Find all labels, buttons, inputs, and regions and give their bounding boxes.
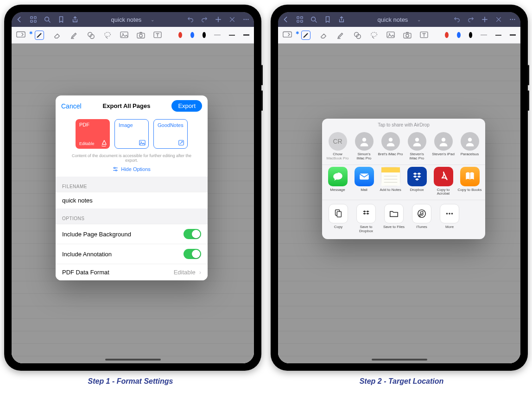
- format-goodnotes[interactable]: GoodNotes: [153, 119, 188, 149]
- airdrop-stevens-ipad[interactable]: Steven's iPad: [431, 132, 456, 161]
- document-title[interactable]: quick notes⌄: [345, 16, 454, 23]
- home-indicator: [372, 359, 427, 361]
- app-notes[interactable]: Add to Notes: [378, 167, 403, 196]
- redo-icon[interactable]: [201, 16, 208, 23]
- action-save-dropbox[interactable]: Save to Dropbox: [353, 204, 380, 234]
- cancel-button[interactable]: Cancel: [61, 102, 82, 110]
- airdrop-simons[interactable]: Simon'siMac Pro: [351, 132, 377, 161]
- svg-rect-18: [139, 140, 145, 146]
- search-icon[interactable]: [44, 16, 51, 23]
- highlighter-icon[interactable]: [336, 31, 345, 40]
- bookmark-icon[interactable]: [324, 16, 331, 23]
- readonly-toggle-icon[interactable]: [16, 31, 25, 40]
- svg-point-39: [406, 34, 409, 37]
- svg-point-41: [362, 138, 366, 141]
- redo-icon[interactable]: [468, 16, 474, 23]
- format-image[interactable]: Image: [114, 119, 149, 149]
- more-icon[interactable]: [509, 16, 516, 23]
- svg-point-44: [441, 138, 445, 141]
- action-itunes[interactable]: iTunes: [408, 204, 435, 234]
- more-dots-icon: [440, 204, 459, 223]
- grid-icon[interactable]: [297, 16, 303, 23]
- svg-point-31: [514, 19, 515, 20]
- close-icon[interactable]: [229, 16, 235, 23]
- svg-point-56: [446, 213, 448, 215]
- back-icon[interactable]: [283, 16, 289, 23]
- add-icon[interactable]: [481, 16, 488, 23]
- actions-row: Copy Save to Dropbox Save to Files iTune…: [322, 200, 485, 239]
- color-red[interactable]: [178, 32, 182, 38]
- textbox-icon[interactable]: [153, 31, 162, 40]
- stroke-thick[interactable]: [243, 34, 249, 36]
- airdrop-brets[interactable]: Bret's iMac Pro: [378, 132, 403, 161]
- stroke-thin[interactable]: [481, 35, 487, 35]
- option-data-format[interactable]: PDF Data Format Editable›: [56, 264, 208, 280]
- app-acrobat[interactable]: Copy to Acrobat: [431, 167, 456, 196]
- color-red[interactable]: [445, 32, 449, 38]
- apps-row: Message Mail Add to Notes Dropbox: [322, 165, 485, 201]
- action-save-files[interactable]: Save to Files: [380, 204, 407, 234]
- more-icon[interactable]: [243, 16, 249, 23]
- caption-left: Step 1 - Format Settings: [2, 377, 259, 386]
- eraser-icon[interactable]: [52, 31, 62, 40]
- share-icon[interactable]: [338, 16, 345, 23]
- bookmark-icon[interactable]: [58, 16, 64, 23]
- action-more[interactable]: More: [436, 204, 463, 234]
- shapes-icon[interactable]: [87, 31, 95, 40]
- stroke-thin[interactable]: [214, 35, 220, 35]
- option-annotation[interactable]: Include Annotation: [56, 244, 208, 264]
- app-message[interactable]: Message: [325, 167, 350, 196]
- undo-icon[interactable]: [454, 16, 460, 23]
- svg-point-45: [468, 138, 471, 141]
- stroke-med[interactable]: [229, 35, 235, 36]
- lasso-icon[interactable]: [103, 31, 112, 40]
- app-dropbox[interactable]: Dropbox: [404, 167, 430, 196]
- camera-icon[interactable]: [137, 31, 145, 40]
- shapes-icon[interactable]: [353, 31, 361, 40]
- pen-icon[interactable]: [301, 31, 310, 40]
- share-sheet: Tap to share with AirDrop CR ChowMacBook…: [322, 119, 485, 239]
- highlighter-icon[interactable]: [70, 31, 78, 40]
- camera-icon[interactable]: [403, 31, 412, 40]
- share-icon[interactable]: [72, 16, 78, 23]
- image-icon[interactable]: [386, 31, 395, 40]
- color-blue[interactable]: [190, 32, 194, 38]
- undo-icon[interactable]: [187, 16, 194, 23]
- add-icon[interactable]: [215, 16, 222, 23]
- export-button[interactable]: Export: [171, 100, 202, 112]
- airdrop-chow[interactable]: CR ChowMacBook Pro: [325, 132, 350, 161]
- close-icon[interactable]: [495, 16, 502, 23]
- caption-right: Step 2 - Target Location: [273, 377, 530, 386]
- action-copy[interactable]: Copy: [325, 204, 352, 234]
- app-books[interactable]: Copy to Books: [457, 167, 482, 196]
- stroke-med[interactable]: [495, 35, 501, 36]
- folder-icon: [384, 204, 404, 223]
- toggle-annotation[interactable]: [184, 249, 201, 259]
- stroke-thick[interactable]: [510, 34, 516, 36]
- textbox-icon[interactable]: [420, 31, 428, 40]
- airdrop-paracelsus[interactable]: Paracelsus: [457, 132, 482, 161]
- airdrop-stevens-imac[interactable]: Steven'siMac Pro: [404, 132, 430, 161]
- eraser-icon[interactable]: [319, 31, 328, 40]
- svg-rect-24: [301, 17, 303, 19]
- search-icon[interactable]: [310, 16, 317, 23]
- readonly-toggle-icon[interactable]: [283, 31, 292, 40]
- filename-field[interactable]: quick notes: [56, 192, 208, 209]
- pen-icon[interactable]: [35, 31, 44, 40]
- image-icon[interactable]: [120, 31, 128, 40]
- dropbox-bw-icon: [356, 204, 376, 223]
- format-pdf[interactable]: PDF Editable: [76, 119, 110, 149]
- home-indicator: [105, 359, 161, 361]
- color-blue[interactable]: [457, 32, 461, 38]
- grid-icon[interactable]: [30, 16, 37, 23]
- document-title[interactable]: quick notes⌄: [78, 16, 187, 23]
- back-icon[interactable]: [16, 16, 23, 23]
- svg-rect-1: [34, 17, 36, 19]
- toggle-page-bg[interactable]: [184, 229, 201, 239]
- option-page-bg[interactable]: Include Page Background: [56, 224, 208, 244]
- hide-options-button[interactable]: Hide Options: [56, 166, 208, 177]
- app-mail[interactable]: Mail: [351, 167, 377, 196]
- color-black[interactable]: [469, 32, 473, 38]
- color-black[interactable]: [203, 32, 206, 38]
- lasso-icon[interactable]: [370, 31, 378, 40]
